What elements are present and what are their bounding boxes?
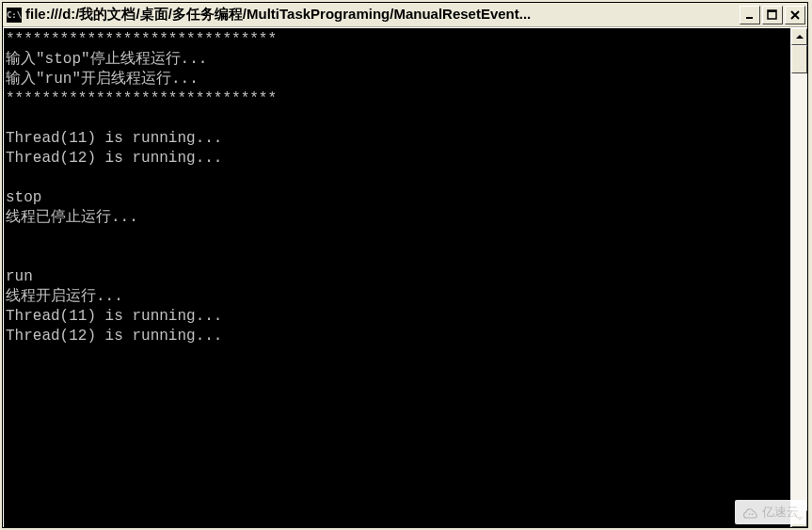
scroll-thumb[interactable] [791,45,807,73]
scroll-up-button[interactable] [791,28,807,45]
maximize-icon [767,9,778,21]
minimize-button[interactable] [740,6,760,24]
window-title: file:///d:/我的文档/桌面/多任务编程/MultiTaskProgra… [25,6,736,24]
watermark: 亿速云 [735,500,806,524]
window-controls [740,6,805,24]
titlebar[interactable]: C:\ file:///d:/我的文档/桌面/多任务编程/MultiTaskPr… [3,3,807,27]
close-icon [789,9,801,21]
svg-point-4 [752,513,754,515]
vertical-scrollbar[interactable] [790,28,807,527]
scroll-track[interactable] [791,45,807,510]
console-output[interactable]: ****************************** 输入"stop"停… [4,28,790,527]
minimize-icon [744,9,756,21]
svg-rect-0 [746,17,753,19]
svg-rect-2 [768,10,776,12]
close-button[interactable] [785,6,805,24]
console-container: ****************************** 输入"stop"停… [3,27,807,527]
console-window: C:\ file:///d:/我的文档/桌面/多任务编程/MultiTaskPr… [2,2,808,528]
maximize-button[interactable] [762,6,783,24]
svg-point-3 [749,513,751,515]
cloud-icon [742,506,759,519]
watermark-text: 亿速云 [762,504,799,521]
arrow-up-icon [796,35,804,39]
app-icon: C:\ [7,8,22,23]
